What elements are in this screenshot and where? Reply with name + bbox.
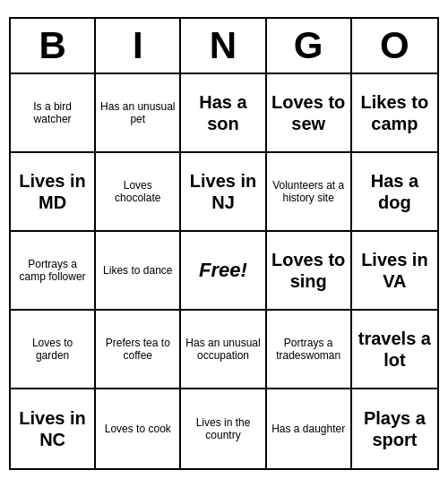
header-letter-b: B bbox=[11, 19, 96, 73]
bingo-cell-9: Has a dog bbox=[352, 153, 437, 232]
bingo-cell-5: Lives in MD bbox=[11, 153, 96, 232]
header-letter-i: I bbox=[96, 19, 181, 73]
cell-text-3: Loves to sew bbox=[271, 91, 347, 134]
cell-text-13: Loves to sing bbox=[271, 249, 347, 292]
bingo-cell-19: travels a lot bbox=[352, 311, 437, 389]
cell-text-5: Lives in MD bbox=[14, 170, 90, 213]
bingo-cell-24: Plays a sport bbox=[352, 389, 437, 468]
bingo-cell-22: Lives in the country bbox=[181, 389, 266, 468]
cell-text-16: Prefers tea to coffee bbox=[99, 337, 176, 363]
cell-text-12: Free! bbox=[199, 259, 247, 282]
cell-text-20: Lives in NC bbox=[14, 407, 90, 450]
cell-text-6: Loves chocolate bbox=[99, 179, 176, 205]
cell-text-8: Volunteers at a history site bbox=[271, 179, 347, 205]
bingo-cell-8: Volunteers at a history site bbox=[267, 153, 352, 232]
header-letter-o: O bbox=[352, 19, 437, 73]
header-letter-n: N bbox=[181, 19, 266, 73]
cell-text-1: Has an unusual pet bbox=[99, 100, 176, 126]
bingo-cell-20: Lives in NC bbox=[11, 389, 96, 468]
bingo-cell-3: Loves to sew bbox=[267, 74, 352, 153]
bingo-cell-2: Has a son bbox=[181, 74, 266, 153]
bingo-cell-0: Is a bird watcher bbox=[11, 74, 96, 153]
bingo-cell-4: Likes to camp bbox=[352, 74, 437, 153]
bingo-cell-13: Loves to sing bbox=[267, 232, 352, 311]
cell-text-15: Loves to garden bbox=[14, 337, 90, 363]
bingo-cell-23: Has a daughter bbox=[267, 389, 352, 468]
bingo-card: BINGO Is a bird watcherHas an unusual pe… bbox=[9, 17, 439, 470]
cell-text-18: Portrays a tradeswoman bbox=[271, 337, 347, 363]
bingo-cell-12: Free! bbox=[181, 232, 266, 311]
bingo-cell-1: Has an unusual pet bbox=[96, 74, 181, 153]
bingo-cell-6: Loves chocolate bbox=[96, 153, 181, 232]
bingo-cell-17: Has an unusual occupation bbox=[181, 311, 266, 389]
header-letter-g: G bbox=[267, 19, 352, 73]
cell-text-22: Lives in the country bbox=[185, 416, 261, 442]
bingo-grid: Is a bird watcherHas an unusual petHas a… bbox=[11, 74, 437, 468]
cell-text-24: Plays a sport bbox=[356, 407, 434, 450]
cell-text-21: Loves to cook bbox=[105, 423, 171, 435]
bingo-cell-14: Lives in VA bbox=[352, 232, 437, 311]
bingo-cell-15: Loves to garden bbox=[11, 311, 96, 389]
cell-text-7: Lives in NJ bbox=[185, 170, 261, 213]
bingo-header: BINGO bbox=[11, 19, 437, 74]
cell-text-19: travels a lot bbox=[356, 328, 434, 371]
bingo-cell-11: Likes to dance bbox=[96, 232, 181, 311]
cell-text-2: Has a son bbox=[185, 91, 261, 134]
cell-text-0: Is a bird watcher bbox=[14, 100, 90, 126]
cell-text-17: Has an unusual occupation bbox=[185, 337, 261, 363]
bingo-cell-7: Lives in NJ bbox=[181, 153, 266, 232]
cell-text-14: Lives in VA bbox=[356, 249, 434, 292]
cell-text-23: Has a daughter bbox=[271, 423, 345, 435]
bingo-cell-21: Loves to cook bbox=[96, 389, 181, 468]
cell-text-10: Portrays a camp follower bbox=[14, 258, 90, 284]
cell-text-9: Has a dog bbox=[356, 170, 434, 213]
cell-text-11: Likes to dance bbox=[103, 264, 172, 277]
cell-text-4: Likes to camp bbox=[356, 91, 434, 134]
bingo-cell-16: Prefers tea to coffee bbox=[96, 311, 181, 389]
bingo-cell-18: Portrays a tradeswoman bbox=[267, 311, 352, 389]
bingo-cell-10: Portrays a camp follower bbox=[11, 232, 96, 311]
